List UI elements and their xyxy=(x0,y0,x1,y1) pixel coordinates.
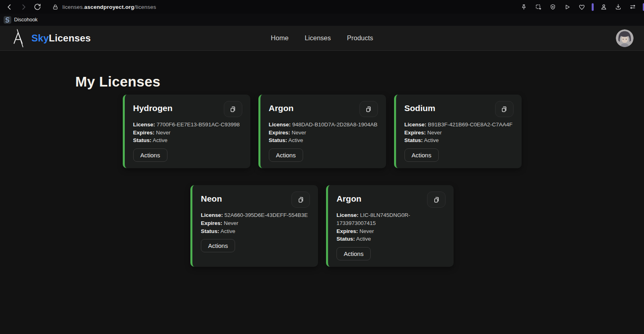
swap-arrows-icon xyxy=(629,3,636,10)
license-key: 7700F6-EE7E13-B591AC-C93998 xyxy=(157,122,239,128)
actions-button[interactable]: Actions xyxy=(269,148,303,162)
actions-button[interactable]: Actions xyxy=(133,148,167,162)
license-meta: License: 7700F6-EE7E13-B591AC-C93998 Exp… xyxy=(133,121,242,144)
status-value: Active xyxy=(221,228,235,234)
nav-products[interactable]: Products xyxy=(347,34,373,42)
play-button[interactable] xyxy=(563,2,572,11)
expires-value: Never xyxy=(359,228,374,234)
bookmarks-bar: Discohook xyxy=(0,14,644,26)
copy-license-button[interactable] xyxy=(495,101,514,117)
copy-icon xyxy=(365,105,372,113)
expires-row: Expires: Never xyxy=(269,129,378,137)
brand-logo[interactable]: SkyLicenses xyxy=(10,29,91,47)
copy-icon xyxy=(229,105,237,113)
main-content: My Licenses Hydrogen License: 7700F6-EE7… xyxy=(75,51,569,334)
license-meta: License: 52A660-395D6E-43DEFF-554B3E Exp… xyxy=(201,211,310,235)
copy-license-button[interactable] xyxy=(359,101,378,117)
shield-block-icon xyxy=(549,4,556,10)
play-icon xyxy=(564,4,571,10)
forward-button[interactable] xyxy=(19,2,28,11)
pin-icon xyxy=(520,4,527,10)
expires-value: Never xyxy=(156,130,171,136)
license-key: 52A660-395D6E-43DEFF-554B3E xyxy=(225,212,308,218)
license-card: Argon License: LIC-8LN745DNG0R-173397300… xyxy=(326,185,454,267)
status-row: Status: Active xyxy=(201,227,310,235)
main-nav: Home Licenses Products xyxy=(271,34,373,42)
expires-value: Never xyxy=(224,220,238,226)
bookmark-label: Discohook xyxy=(14,17,37,23)
license-card: Neon License: 52A660-395D6E-43DEFF-554B3… xyxy=(190,185,318,267)
license-key: 948DAD-B10D7A-2D28A8-1904AB xyxy=(292,122,378,128)
status-row: Status: Active xyxy=(336,235,446,243)
copy-license-button[interactable] xyxy=(291,192,310,208)
status-row: Status: Active xyxy=(133,136,242,144)
expires-value: Never xyxy=(292,130,306,136)
license-key: B91B3F-421B69-C0E8A2-C7AA4F xyxy=(428,122,512,128)
license-card: Hydrogen License: 7700F6-EE7E13-B591AC-C… xyxy=(123,95,250,168)
favorites-button[interactable] xyxy=(577,2,586,11)
screenshot-button[interactable] xyxy=(534,2,543,11)
user-avatar[interactable] xyxy=(616,29,634,47)
actions-button[interactable]: Actions xyxy=(336,247,371,260)
site-header: SkyLicenses Home Licenses Products xyxy=(0,26,644,51)
reload-button[interactable] xyxy=(33,2,42,11)
status-row: Status: Active xyxy=(405,136,514,144)
status-value: Active xyxy=(153,137,167,143)
license-key-row: License: 948DAD-B10D7A-2D28A8-1904AB xyxy=(269,121,378,129)
downloads-button[interactable] xyxy=(614,2,623,11)
avatar-image xyxy=(616,29,634,47)
lock-icon xyxy=(52,4,59,10)
url-text: licenses.ascendproyect.org/licenses xyxy=(62,4,156,10)
license-meta: License: LIC-8LN745DNG0R-1733973007415 E… xyxy=(336,211,446,243)
copy-license-button[interactable] xyxy=(224,101,242,117)
status-value: Active xyxy=(356,236,371,242)
license-name: Hydrogen xyxy=(133,103,173,113)
license-card: Sodium License: B91B3F-421B69-C0E8A2-C7A… xyxy=(394,95,522,168)
license-meta: License: B91B3F-421B69-C0E8A2-C7AA4F Exp… xyxy=(405,121,514,144)
url-bar[interactable]: licenses.ascendproyect.org/licenses xyxy=(52,4,156,10)
page-title: My Licenses xyxy=(75,74,569,90)
expires-row: Expires: Never xyxy=(201,219,310,227)
screenshot-icon xyxy=(535,4,542,10)
bookmark-discohook[interactable]: Discohook xyxy=(4,16,37,24)
license-name: Neon xyxy=(201,194,222,204)
license-key-row: License: B91B3F-421B69-C0E8A2-C7AA4F xyxy=(405,121,514,129)
shield-block-button[interactable] xyxy=(548,2,557,11)
status-value: Active xyxy=(424,137,439,143)
license-meta: License: 948DAD-B10D7A-2D28A8-1904AB Exp… xyxy=(269,121,378,144)
license-card: Argon License: 948DAD-B10D7A-2D28A8-1904… xyxy=(258,95,386,168)
copy-icon xyxy=(500,105,508,113)
expires-row: Expires: Never xyxy=(133,129,242,137)
status-value: Active xyxy=(288,137,303,143)
toolbar-divider xyxy=(592,3,594,11)
actions-button[interactable]: Actions xyxy=(201,239,235,252)
browser-toolbar: licenses.ascendproyect.org/licenses xyxy=(0,0,644,14)
license-grid: Hydrogen License: 7700F6-EE7E13-B591AC-C… xyxy=(75,95,569,267)
license-name: Argon xyxy=(269,103,294,113)
download-icon xyxy=(615,3,622,10)
license-key-row: License: 7700F6-EE7E13-B591AC-C93998 xyxy=(133,121,242,129)
chevron-left-icon xyxy=(6,3,13,11)
license-key-row: License: LIC-8LN745DNG0R-1733973007415 xyxy=(336,211,446,227)
actions-button[interactable]: Actions xyxy=(405,148,439,162)
license-name: Sodium xyxy=(405,103,436,113)
license-key-row: License: 52A660-395D6E-43DEFF-554B3E xyxy=(201,211,310,219)
swap-tools-button[interactable] xyxy=(628,2,637,11)
heart-icon xyxy=(578,4,585,10)
expires-value: Never xyxy=(427,130,442,136)
chevron-right-icon xyxy=(20,3,27,11)
copy-license-button[interactable] xyxy=(427,192,446,208)
status-row: Status: Active xyxy=(269,136,378,144)
reload-icon xyxy=(34,3,41,10)
copy-icon xyxy=(297,196,305,204)
expires-row: Expires: Never xyxy=(336,227,446,235)
license-name: Argon xyxy=(336,194,361,204)
nav-home[interactable]: Home xyxy=(271,34,289,42)
expires-row: Expires: Never xyxy=(405,129,514,137)
account-button[interactable] xyxy=(599,2,608,11)
pin-button[interactable] xyxy=(519,2,528,11)
nav-licenses[interactable]: Licenses xyxy=(305,34,331,42)
copy-icon xyxy=(433,196,440,204)
back-button[interactable] xyxy=(5,2,14,11)
brand-name: SkyLicenses xyxy=(31,33,91,44)
